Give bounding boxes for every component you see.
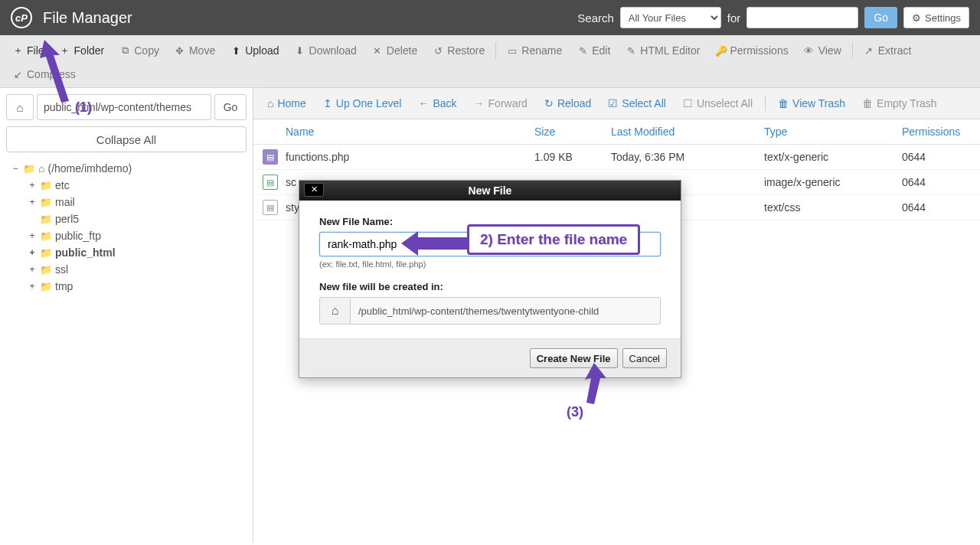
home-icon: ⌂ — [38, 162, 44, 175]
label: Restore — [447, 44, 485, 57]
label: Home — [277, 97, 305, 109]
modal-header: ✕ New File — [299, 181, 681, 201]
settings-label: Settings — [925, 12, 961, 24]
folder-icon: 📁 — [40, 197, 52, 208]
nav-reload-button[interactable]: ↻Reload — [537, 93, 599, 114]
nav-home-button[interactable]: ⌂Home — [260, 93, 314, 114]
tree-item[interactable]: +📁ssl — [28, 261, 247, 278]
nav-toolbar: ⌂Home ↥Up One Level ←Back →Forward ↻Relo… — [253, 88, 980, 119]
top-bar: cP File Manager Search All Your Files fo… — [0, 0, 980, 35]
annotation-step2: 2) Enter the file name — [480, 231, 627, 248]
annotation-step3: (3) — [567, 404, 583, 420]
home-icon: ⌂ — [267, 97, 273, 109]
empty-trash-button[interactable]: 🗑Empty Trash — [854, 93, 945, 114]
new-file-modal: ✕ New File New File Name: (ex: file.txt,… — [299, 180, 681, 378]
nav-forward-button[interactable]: →Forward — [466, 93, 535, 114]
folder-icon: 📁 — [40, 230, 52, 242]
expand-icon[interactable]: + — [28, 281, 37, 292]
trash-icon: 🗑 — [778, 97, 789, 109]
upload-button[interactable]: ⬆Upload — [223, 39, 286, 62]
cell-modified: Today, 6:36 PM — [611, 151, 764, 163]
download-button[interactable]: ⬇Download — [287, 39, 364, 62]
col-name[interactable]: Name — [286, 126, 534, 138]
expand-icon[interactable]: + — [28, 180, 37, 191]
move-button[interactable]: ✥Move — [167, 39, 223, 62]
tree-item-label: perl5 — [55, 213, 79, 225]
tree-item[interactable]: 📁perl5 — [28, 210, 247, 227]
tree-item-label: etc — [55, 179, 70, 191]
pencil-icon: ✎ — [577, 45, 588, 57]
folder-icon: 📁 — [23, 163, 35, 175]
html-editor-button[interactable]: ✎HTML Editor — [618, 39, 707, 62]
close-icon: ✕ — [311, 184, 318, 194]
main-toolbar: ＋File ＋Folder ⧉Copy ✥Move ⬆Upload ⬇Downl… — [0, 35, 980, 88]
restore-button[interactable]: ↺Restore — [425, 39, 492, 62]
label: Rename — [521, 44, 562, 57]
col-type[interactable]: Type — [764, 126, 902, 138]
label: Upload — [245, 44, 279, 57]
forward-icon: → — [474, 97, 485, 109]
label: View — [818, 44, 841, 57]
label: Edit — [592, 44, 610, 57]
search-go-button[interactable]: Go — [864, 7, 897, 28]
cell-permissions: 0644 — [902, 201, 971, 214]
tree-item[interactable]: +📁mail — [28, 194, 247, 210]
app-title: File Manager — [43, 9, 132, 27]
delete-button[interactable]: ✕Delete — [364, 39, 425, 62]
folder-icon: 📁 — [40, 264, 52, 276]
tree-item-label: ssl — [55, 263, 68, 276]
table-header: Name Size Last Modified Type Permissions — [253, 119, 980, 145]
cancel-button[interactable]: Cancel — [622, 348, 667, 368]
label: Up One Level — [336, 97, 402, 109]
expand-icon[interactable]: + — [28, 264, 37, 275]
for-label: for — [727, 11, 741, 24]
tree-item[interactable]: +📁etc — [28, 177, 247, 194]
col-size[interactable]: Size — [534, 126, 611, 138]
folder-icon: 📁 — [40, 247, 52, 259]
label: Copy — [134, 44, 159, 57]
nav-select-all-button[interactable]: ☑Select All — [600, 93, 674, 114]
tree-item[interactable]: +📁public_html — [28, 244, 247, 261]
home-path-button[interactable]: ⌂ — [6, 94, 34, 120]
tree-item[interactable]: +📁tmp — [28, 278, 247, 295]
permissions-button[interactable]: 🔑Permissions — [707, 39, 795, 62]
tree-item[interactable]: +📁public_ftp — [28, 227, 247, 244]
check-icon: ☑ — [608, 97, 618, 109]
path-go-button[interactable]: Go — [214, 94, 247, 120]
folder-tree: − 📁 ⌂ (/home/imhdemo) +📁etc+📁mail📁perl5+… — [6, 160, 247, 295]
copy-button[interactable]: ⧉Copy — [112, 39, 167, 62]
expand-icon[interactable]: + — [28, 197, 37, 207]
label: Back — [433, 97, 456, 109]
label: Unselect All — [697, 97, 753, 109]
folder-icon: 📁 — [40, 214, 52, 225]
compress-icon: ↙ — [12, 69, 23, 80]
collapse-all-button[interactable]: Collapse All — [6, 126, 247, 152]
download-icon: ⬇ — [295, 45, 305, 57]
cell-name: functions.php — [286, 151, 534, 163]
cell-type: text/x-generic — [764, 151, 902, 163]
col-modified[interactable]: Last Modified — [611, 126, 764, 138]
expand-icon[interactable]: + — [28, 247, 37, 258]
edit-button[interactable]: ✎Edit — [570, 39, 618, 62]
modal-close-button[interactable]: ✕ — [304, 183, 324, 197]
view-trash-button[interactable]: 🗑View Trash — [770, 93, 853, 114]
key-icon: 🔑 — [715, 45, 726, 57]
plus-icon: ＋ — [12, 44, 23, 57]
extract-button[interactable]: ↗Extract — [856, 39, 920, 62]
table-row[interactable]: ▤functions.php1.09 KBToday, 6:36 PMtext/… — [253, 145, 980, 170]
nav-unselect-all-button[interactable]: ☐Unselect All — [675, 93, 760, 114]
nav-back-button[interactable]: ←Back — [410, 93, 464, 114]
collapse-icon[interactable]: − — [11, 163, 20, 174]
view-button[interactable]: 👁View — [796, 39, 849, 62]
tree-root[interactable]: − 📁 ⌂ (/home/imhdemo) — [11, 160, 247, 177]
settings-button[interactable]: ⚙ Settings — [903, 7, 969, 28]
search-scope-select[interactable]: All Your Files — [620, 7, 721, 28]
expand-icon[interactable]: + — [28, 230, 37, 241]
folder-icon: 📁 — [40, 281, 52, 292]
path-input[interactable] — [350, 297, 661, 325]
modal-title: New File — [299, 184, 681, 197]
nav-up-button[interactable]: ↥Up One Level — [315, 93, 410, 114]
search-input[interactable] — [746, 7, 858, 28]
col-permissions[interactable]: Permissions — [902, 126, 971, 138]
rename-button[interactable]: ▭Rename — [499, 39, 570, 62]
